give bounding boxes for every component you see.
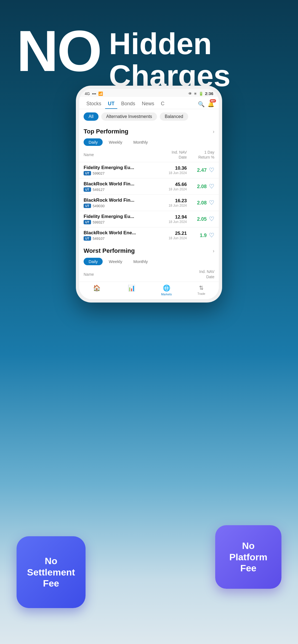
tab-bonds[interactable]: Bonds [118,99,138,109]
hero-no: NO [17,22,101,80]
fund-nav-4: 12.94 18 Jun 2024 [165,214,187,224]
fund-row: Fidelity Emerging Eu... UT 599027 10.36 … [79,162,219,178]
filter-chips: All Alternative Investments Balanced [79,109,219,124]
fund-name-5[interactable]: BlackRock World Ene... [84,230,165,236]
notification-badge: 99+ [210,99,216,102]
fund-info-3: BlackRock World Fin... UT 549030 [84,198,165,208]
fund-row: Fidelity Emerging Eu... UT 599327 12.94 … [79,211,219,227]
worst-table-header: Name Ind. NAVDate [79,268,219,281]
tab-news[interactable]: News [139,99,157,109]
fund-row: BlackRock World Fin... UT 549030 16.23 1… [79,194,219,211]
chart-icon: 📊 [128,285,135,292]
fund-name-1[interactable]: Fidelity Emerging Eu... [84,165,165,170]
bottom-nav: 🏠 📊 🌐 Markets ⇅ Trade [79,282,219,299]
bottom-nav-markets[interactable]: 🌐 Markets [149,285,184,296]
fund-nav-5: 25.21 18 Jun 2024 [165,231,187,240]
bottom-nav-trade[interactable]: ⇅ Trade [184,285,219,296]
top-performing-header: Top Performing › [79,124,219,137]
fund-info-5: BlackRock World Ene... UT 549107 [84,230,165,241]
hero-subtitle: Hidden Charges [109,22,230,91]
col-name: Name [84,153,172,157]
tab-ut[interactable]: UT [105,99,117,109]
fund-name-3[interactable]: BlackRock World Fin... [84,198,165,203]
fund-info-1: Fidelity Emerging Eu... UT 599027 [84,165,165,175]
chip-balanced[interactable]: Balanced [160,112,188,121]
no-settlement-text: No Settlement Fee [27,555,75,589]
fund-return-3: 2.08 ♡ [187,199,214,206]
markets-label: Markets [161,293,172,296]
col-nav: Ind. NAVDate [172,150,187,160]
top-period-tabs: Daily Weekly Monthly [79,137,219,149]
top-performing-chevron[interactable]: › [213,129,214,135]
favorite-icon-1[interactable]: ♡ [209,167,214,174]
worst-period-monthly[interactable]: Monthly [128,258,153,265]
nav-tabs: Stocks UT Bonds News C 🔍 🔔 99+ [79,97,219,109]
worst-col-nav: Ind. NAVDate [199,269,214,279]
worst-period-weekly[interactable]: Weekly [104,258,127,265]
fund-nav-2: 45.66 18 Jun 2024 [165,182,187,191]
fund-return-5: 1.9 ♡ [187,232,214,239]
fund-name-4[interactable]: Fidelity Emerging Eu... [84,214,165,219]
col-return: 1 DayReturn % [187,150,214,160]
fund-info-2: BlackRock World Fin... UT 549127 [84,181,165,192]
top-period-daily[interactable]: Daily [84,138,103,146]
fund-row: BlackRock World Ene... UT 549107 25.21 1… [79,227,219,243]
fund-tag-2: UT [84,187,91,192]
fund-code-4: 599327 [93,220,105,224]
fund-tag-5: UT [84,236,91,241]
phone-mockup: 4G ▪▪▪ 📶 👁 ✳ 🔋 2:36 Stocks UT Bonds News… [76,86,222,303]
favorite-icon-2[interactable]: ♡ [209,183,214,190]
status-icons: 👁 ✳ 🔋 2:36 [188,91,213,96]
favorite-icon-5[interactable]: ♡ [209,232,214,239]
worst-col-name: Name [84,272,199,277]
worst-performing-chevron[interactable]: › [213,248,214,254]
fund-tag-1: UT [84,171,91,175]
hero-section: NO Hidden Charges [17,22,281,91]
top-period-monthly[interactable]: Monthly [128,138,153,146]
fund-code-1: 599027 [93,171,105,175]
status-network: 4G ▪▪▪ 📶 [85,91,103,96]
tab-stocks[interactable]: Stocks [84,99,104,109]
fund-nav-1: 10.36 18 Jun 2024 [165,165,187,175]
fund-code-3: 549030 [93,204,105,208]
fund-return-2: 2.08 ♡ [187,183,214,190]
worst-performing-header: Worst Performing › [79,243,219,257]
tab-c[interactable]: C [158,99,167,109]
no-platform-badge: No Platform Fee [215,525,281,589]
fund-code-5: 549107 [93,236,105,241]
fund-tag-3: UT [84,204,91,208]
chip-all[interactable]: All [84,112,99,121]
notification-icon[interactable]: 🔔 99+ [207,101,214,107]
fund-row: BlackRock World Fin... UT 549127 45.66 1… [79,178,219,194]
worst-period-daily[interactable]: Daily [84,258,103,265]
favorite-icon-4[interactable]: ♡ [209,215,214,223]
bottom-nav-chart[interactable]: 📊 [114,285,149,296]
fund-info-4: Fidelity Emerging Eu... UT 599327 [84,214,165,224]
worst-period-tabs: Daily Weekly Monthly [79,257,219,268]
worst-performing-title: Worst Performing [84,247,135,254]
search-icon[interactable]: 🔍 [198,101,205,107]
fund-code-2: 549127 [93,188,105,192]
no-platform-text: No Platform Fee [229,540,267,574]
trade-label: Trade [198,292,205,295]
bottom-nav-home[interactable]: 🏠 [79,285,114,296]
fund-return-4: 2.05 ♡ [187,215,214,223]
globe-icon: 🌐 [163,285,170,292]
top-table-header: Name Ind. NAVDate 1 DayReturn % [79,149,219,162]
chip-alt-investments[interactable]: Alternative Investments [101,112,157,121]
favorite-icon-3[interactable]: ♡ [209,199,214,206]
fund-return-1: 2.47 ♡ [187,167,214,174]
home-icon: 🏠 [93,285,100,292]
top-period-weekly[interactable]: Weekly [104,138,127,146]
no-settlement-badge: No Settlement Fee [17,536,86,608]
trade-icon: ⇅ [199,285,204,291]
status-bar: 4G ▪▪▪ 📶 👁 ✳ 🔋 2:36 [79,89,219,97]
top-performing-title: Top Performing [84,128,128,135]
fund-name-2[interactable]: BlackRock World Fin... [84,181,165,187]
fund-nav-3: 16.23 18 Jun 2024 [165,198,187,207]
fund-tag-4: UT [84,220,91,224]
